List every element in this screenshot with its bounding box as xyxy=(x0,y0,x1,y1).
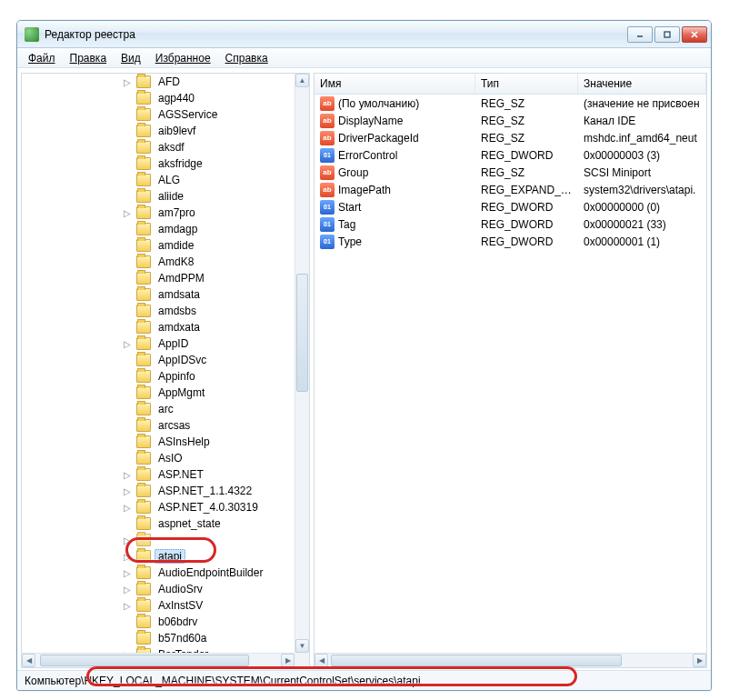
list-row[interactable]: TagREG_DWORD0x00000021 (33) xyxy=(315,215,706,233)
tree-node[interactable]: ▷ALG xyxy=(22,172,295,188)
close-button[interactable] xyxy=(682,26,707,43)
tree-node[interactable]: ▷ASP.NET_1.1.4322 xyxy=(22,483,295,499)
folder-icon xyxy=(136,272,151,285)
tree-node[interactable]: ▷amdagp xyxy=(22,221,295,237)
tree-node[interactable]: ▷AudioSrv xyxy=(22,581,295,597)
expand-icon[interactable]: ▷ xyxy=(120,336,135,351)
tree-node[interactable]: ▷am7pro xyxy=(22,205,295,221)
tree-node[interactable]: ▷AxInstSV xyxy=(22,597,295,614)
value-data: system32\drivers\atapi. xyxy=(578,184,706,196)
value-type: REG_EXPAND_SZ xyxy=(475,184,578,196)
tree-node[interactable]: ▷ASInsHelp xyxy=(22,434,295,450)
tree-node-label: ASInsHelp xyxy=(155,435,214,449)
tree-node[interactable]: ▷AFD xyxy=(22,74,295,90)
tree-pane[interactable]: ▷AFD▷agp440▷AGSService▷aib9levf▷aksdf▷ak… xyxy=(21,73,310,668)
tree-node[interactable]: ▷AmdK8 xyxy=(22,254,295,270)
expand-icon[interactable]: ▷ xyxy=(120,75,135,89)
scroll-right-button[interactable]: ▶ xyxy=(281,654,295,667)
tree-node[interactable]: ▷b06bdrv xyxy=(22,614,295,630)
expand-icon[interactable]: ▷ xyxy=(120,533,135,547)
list-row[interactable]: GroupREG_SZSCSI Miniport xyxy=(315,164,706,181)
folder-icon xyxy=(136,206,151,219)
column-type[interactable]: Тип xyxy=(475,74,578,94)
tree-node[interactable]: ▷aliide xyxy=(22,188,295,205)
tree-node[interactable]: ▷aksfridge xyxy=(22,155,295,172)
folder-icon xyxy=(136,174,151,186)
tree-node-label: AudioSrv xyxy=(155,582,206,596)
tree-node-label: amdagp xyxy=(155,222,201,236)
menubar: Файл Правка Вид Избранное Справка xyxy=(17,48,711,68)
list-horizontal-scrollbar[interactable]: ◀ ▶ xyxy=(315,653,706,667)
list-row[interactable]: ImagePathREG_EXPAND_SZsystem32\drivers\a… xyxy=(315,181,706,198)
column-value[interactable]: Значение xyxy=(578,74,706,94)
tree-node[interactable]: ▷AppIDSvc xyxy=(22,352,295,368)
menu-file[interactable]: Файл xyxy=(21,50,63,66)
tree-node[interactable]: ▷aspnet_state xyxy=(22,515,295,532)
expand-icon[interactable]: ▷ xyxy=(120,467,135,482)
expand-icon[interactable]: ▷ xyxy=(120,205,135,220)
value-data: Канал IDE xyxy=(578,115,706,127)
dword-value-icon xyxy=(320,200,335,215)
tree-node[interactable]: ▷AudioEndpointBuilder xyxy=(22,565,295,581)
tree-node[interactable]: ▷agp440 xyxy=(22,90,295,106)
menu-view[interactable]: Вид xyxy=(114,50,148,66)
tree-node[interactable]: ▷ASP.NET xyxy=(22,466,295,483)
values-pane[interactable]: Имя Тип Значение (По умолчанию)REG_SZ(зн… xyxy=(314,73,707,668)
expand-icon[interactable]: ▷ xyxy=(120,565,135,580)
list-row[interactable]: StartREG_DWORD0x00000000 (0) xyxy=(315,198,706,215)
minimize-button[interactable] xyxy=(627,26,653,43)
scroll-left-button[interactable]: ◀ xyxy=(315,654,328,667)
string-value-icon xyxy=(320,183,335,197)
expand-icon[interactable]: ▷ xyxy=(120,582,135,596)
scroll-down-button[interactable]: ▼ xyxy=(295,639,309,653)
tree-node[interactable]: ▷aksdf xyxy=(22,139,295,155)
scroll-thumb[interactable] xyxy=(331,655,622,666)
folder-icon xyxy=(136,255,151,268)
tree-node[interactable]: ▷amdxata xyxy=(22,319,295,335)
tree-node[interactable]: ▷amdide xyxy=(22,237,295,254)
tree-node[interactable]: ▷ xyxy=(22,532,295,548)
expand-icon[interactable]: ▷ xyxy=(120,549,135,564)
tree-node[interactable]: ▷amdsata xyxy=(22,286,295,303)
scroll-left-button[interactable]: ◀ xyxy=(22,654,35,667)
tree-node[interactable]: ▷AsIO xyxy=(22,450,295,466)
folder-icon xyxy=(136,157,151,170)
menu-favorites[interactable]: Избранное xyxy=(148,50,218,66)
list-row[interactable]: DisplayNameREG_SZКанал IDE xyxy=(315,112,706,129)
maximize-button[interactable] xyxy=(654,26,680,43)
list-row[interactable]: TypeREG_DWORD0x00000001 (1) xyxy=(315,233,706,250)
expand-icon[interactable]: ▷ xyxy=(120,500,135,515)
titlebar[interactable]: Редактор реестра xyxy=(17,21,711,48)
tree-vertical-scrollbar[interactable]: ▲ ▼ xyxy=(295,74,309,653)
list-header[interactable]: Имя Тип Значение xyxy=(315,74,706,95)
tree-node[interactable]: ▷ASP.NET_4.0.30319 xyxy=(22,499,295,515)
tree-node[interactable]: ▷AGSService xyxy=(22,106,295,123)
tree-node[interactable]: ▷BarTender xyxy=(22,646,295,653)
folder-icon xyxy=(136,141,151,154)
tree-node[interactable]: ▷aib9levf xyxy=(22,123,295,139)
tree-node[interactable]: ▷Appinfo xyxy=(22,368,295,385)
scroll-right-button[interactable]: ▶ xyxy=(693,654,706,667)
column-name[interactable]: Имя xyxy=(315,74,475,94)
menu-edit[interactable]: Правка xyxy=(63,50,115,66)
tree-node[interactable]: ▷arcsas xyxy=(22,417,295,434)
scroll-up-button[interactable]: ▲ xyxy=(295,74,309,87)
tree-node[interactable]: ▷atapi xyxy=(22,548,295,565)
tree-node[interactable]: ▷b57nd60a xyxy=(22,630,295,646)
tree-horizontal-scrollbar[interactable]: ◀ ▶ xyxy=(22,653,295,667)
scroll-thumb[interactable] xyxy=(296,274,308,392)
menu-help[interactable]: Справка xyxy=(218,50,275,66)
expand-icon[interactable]: ▷ xyxy=(120,598,135,613)
tree-node[interactable]: ▷AppMgmt xyxy=(22,385,295,401)
list-row[interactable]: (По умолчанию)REG_SZ(значение не присвое… xyxy=(315,95,706,112)
tree-node[interactable]: ▷amdsbs xyxy=(22,303,295,319)
value-type: REG_SZ xyxy=(475,97,578,110)
tree-node[interactable]: ▷AmdPPM xyxy=(22,270,295,286)
scroll-thumb[interactable] xyxy=(40,655,249,666)
tree-node[interactable]: ▷AppID xyxy=(22,335,295,352)
tree-node[interactable]: ▷arc xyxy=(22,401,295,417)
list-row[interactable]: DriverPackageIdREG_SZmshdc.inf_amd64_neu… xyxy=(315,129,706,146)
expand-icon[interactable]: ▷ xyxy=(120,484,135,498)
list-row[interactable]: ErrorControlREG_DWORD0x00000003 (3) xyxy=(315,146,706,164)
tree-node-label: AppIDSvc xyxy=(155,353,210,367)
